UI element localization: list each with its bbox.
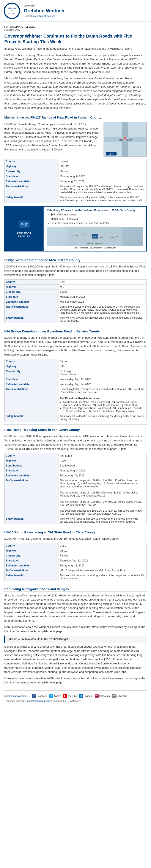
county-value: Clare <box>58 543 147 548</box>
body-text-1: In 2022, Gov. Whitmer is making the larg… <box>4 46 147 51</box>
county-label: County: <box>4 543 58 548</box>
highway-value: M-37 <box>58 284 147 289</box>
table-row: Closest city: Farwell <box>4 553 147 558</box>
safety-value: These improvements will provide safety f… <box>58 195 147 203</box>
main-title: Governor Whitmer Continues to Fix the Da… <box>4 33 147 44</box>
start-label: Start date: <box>4 174 58 179</box>
body-text-2: LANSING, Mich. – Today, Governor Gretche… <box>4 53 147 74</box>
closest-city-value: South Haven <box>58 463 147 468</box>
profile-left: M-37 PROJECT PROFILES <box>5 207 43 251</box>
traffic-label: Traffic restrictions: <box>4 568 58 573</box>
main-content: FOR IMMEDIATE RELEASE August 8, 2022 Gov… <box>0 22 151 706</box>
traffic-value: The northbound ramps at I-196 BLM-240 (E… <box>58 478 147 516</box>
detours-list: Northbound Pipestone Road: Eastbound I-9… <box>60 401 145 413</box>
highway-value: US-127 <box>58 164 147 169</box>
start-value: Wednesday, Aug. 10, 2022 <box>58 377 147 382</box>
facebook-icon: f <box>32 694 36 698</box>
divider-pipe: | <box>29 695 30 697</box>
linkedin-item[interactable]: in LinkedIn <box>79 694 93 698</box>
start-value: Monday, Aug. 8, 2022 <box>58 174 147 179</box>
county-value: Ingham <box>58 159 147 164</box>
traffic-value: During the first half of the project, so… <box>58 304 147 315</box>
traffic-label: Traffic restrictions: <box>4 478 58 516</box>
table-row: Start date: Thursday, Aug. 11, 2022 <box>4 558 147 563</box>
start-label: Start date: <box>4 377 58 382</box>
end-value: Friday, Aug. 26, 2022 <box>58 179 147 184</box>
divider-6 <box>4 584 147 584</box>
table-row: Start date: Monday, Aug. 8, 2022 <box>4 174 147 179</box>
instagram-item[interactable]: 📷 Instagram <box>95 694 110 698</box>
end-label: Estimated end date: <box>4 563 58 568</box>
safety-label: Safety benefit: <box>4 315 58 323</box>
start-label: Start date: <box>4 558 58 563</box>
us10-body: MDOT will invest $179,000 to resurface t… <box>4 537 147 541</box>
i94-body: MDOT on Monday is starting work to order… <box>4 336 147 357</box>
contact-email-link[interactable]: press@michigan.gov <box>33 15 55 17</box>
closest-city-value: Mason <box>58 169 147 174</box>
footer-govdelivery: This email was sent to press@michigan.go… <box>4 700 147 702</box>
page-header: MICHIGAN ⚜ STATE SEAL Governor Gretchen … <box>0 0 151 22</box>
linkedin-icon: in <box>79 694 83 698</box>
start-value: Thursday, Aug. 11, 2022 <box>58 558 147 563</box>
footer-email-link[interactable]: press@michigan.gov <box>28 700 51 702</box>
table-row: Safety benefit: This work will repair an… <box>4 516 147 524</box>
divider-3 <box>4 326 147 326</box>
svg-text:M-37: M-37 <box>21 223 28 226</box>
website-link[interactable]: michigan.gov/whitmer <box>4 695 27 697</box>
safety-label: Safety benefit: <box>4 414 58 422</box>
table-row: Traffic restrictions: This work will req… <box>4 184 147 195</box>
twitter-label: Twitter <box>54 695 61 697</box>
linkedin-label: LinkedIn <box>84 695 93 697</box>
county-label: County: <box>4 279 58 284</box>
svg-text:⚜: ⚜ <box>10 8 13 12</box>
header-contact: Contact: press@michigan.gov <box>24 15 65 17</box>
youtube-label: YouTube <box>67 695 77 697</box>
traffic-label: Traffic restrictions: <box>4 304 58 315</box>
highway-value: I-196 <box>58 458 147 463</box>
facebook-item[interactable]: f Facebook <box>32 694 47 698</box>
county-label: County: <box>4 359 58 364</box>
table-row: Southbound: South Haven <box>4 463 147 468</box>
rebuilding-body-2: More information about the Whitmer-Gilch… <box>4 625 147 633</box>
start-label: Start date: <box>4 294 58 299</box>
traffic-value: This work will require the US-127 southb… <box>58 184 147 195</box>
end-value: Wednesday, Aug. 24, 2022 <box>58 382 147 387</box>
list-item: March 2022 – Fall 2023 <box>51 217 143 221</box>
project-profile-box: M-37 PROJECT PROFILES Rebuilding 12 mile… <box>4 206 147 251</box>
table-row: Highway: US-10 <box>4 548 147 553</box>
subscribe-label: Subscribe <box>117 695 127 697</box>
start-value: Monday, Aug. 8, 2022 <box>58 468 147 473</box>
traffic-value: US-10 ramps will be detoured via M-115 a… <box>58 568 147 573</box>
table-row: Start date: Monday, Aug. 8, 2022 <box>4 468 147 473</box>
table-row: Safety benefit: This work will improve t… <box>4 573 147 581</box>
list-item: Southbound Pipestone Road: Westbound I-9… <box>63 407 145 413</box>
section-i196-heading: I-196 Ramp Repaving Starts in Van Buren … <box>4 428 147 432</box>
i196-body: MDOT will invest $783,000 to replace a v… <box>4 434 147 451</box>
closest-city-label: Closest city: <box>4 289 58 294</box>
table-row: Estimated end date: Friday, Aug. 26, 202… <box>4 179 147 184</box>
highway-label: Highway: <box>4 458 58 463</box>
highway-label: Highway: <box>4 548 58 553</box>
twitter-item[interactable]: 𝕏 Twitter <box>50 694 61 698</box>
youtube-item[interactable]: ▶ YouTube <box>63 694 77 698</box>
highway-label: Highway: <box>4 284 58 289</box>
table-row: Estimated end date: Wednesday, Aug. 24, … <box>4 382 147 387</box>
highway-value: I-94 <box>58 364 147 369</box>
m37-table: County: Kent Highway: M-37 Closest city:… <box>4 279 147 323</box>
closest-city-value: Farwell <box>58 553 147 558</box>
state-seal: MICHIGAN ⚜ STATE SEAL <box>3 2 21 20</box>
youtube-icon: ▶ <box>63 694 67 698</box>
county-value: Van Buren <box>58 453 147 458</box>
subscribe-item[interactable]: ✉ Subscribe <box>112 694 127 698</box>
footer-links: michigan.gov/whitmer | f Facebook 𝕏 Twit… <box>4 690 147 702</box>
end-label: Estimated end date: <box>4 179 58 184</box>
instagram-icon: 📷 <box>95 694 98 698</box>
m37-body: MDOT is investing $400,000 to repair the… <box>4 265 147 277</box>
traffic-value: Expect single-lane closures on eastbound… <box>58 387 147 414</box>
us127-body: MDOT will close both Kipp Road ramps at … <box>4 122 101 152</box>
table-row: Highway: M-37 <box>4 284 147 289</box>
table-row: County: Kent <box>4 279 147 284</box>
list-item: $63 million investment <box>51 213 143 217</box>
svg-text:MDOT: MDOT <box>109 153 114 155</box>
press-release-date: August 8, 2022 <box>4 29 147 31</box>
